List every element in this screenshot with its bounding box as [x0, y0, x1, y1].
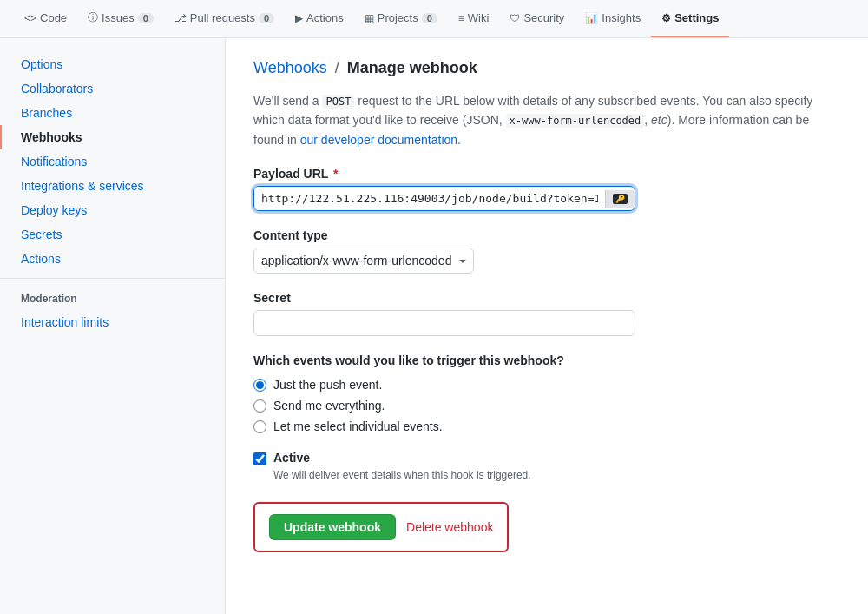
content-type-group: Content type application/x-www-form-urle… — [253, 228, 840, 274]
nav-actions[interactable]: ▶ Actions — [285, 0, 354, 38]
active-checkbox-item: Active — [253, 451, 840, 465]
projects-icon: ▦ — [365, 12, 374, 24]
wiki-icon: ≡ — [458, 12, 464, 24]
nav-insights[interactable]: 📊 Insights — [575, 0, 651, 38]
security-icon: 🛡 — [510, 12, 520, 24]
settings-icon: ⚙ — [661, 12, 671, 24]
nav-issues[interactable]: ⓘ Issues 0 — [77, 0, 164, 38]
event-individual[interactable]: Let me select individual events. — [253, 419, 840, 433]
issues-badge: 0 — [138, 13, 154, 23]
nav-security[interactable]: 🛡 Security — [499, 0, 575, 38]
issues-icon: ⓘ — [88, 10, 98, 25]
layout: Options Collaborators Branches Webhooks … — [0, 38, 868, 614]
sidebar: Options Collaborators Branches Webhooks … — [0, 38, 226, 614]
breadcrumb-separator: / — [335, 59, 339, 76]
event-just-push[interactable]: Just the push event. — [253, 378, 840, 392]
nav-projects[interactable]: ▦ Projects 0 — [354, 0, 448, 38]
actions-icon: ▶ — [295, 12, 303, 24]
key-icon: 🔑 — [613, 194, 628, 204]
nav-wiki[interactable]: ≡ Wiki — [448, 0, 500, 38]
breadcrumb-current: Manage webhook — [347, 59, 477, 76]
nav-actions-label: Actions — [306, 11, 344, 24]
event-individual-radio[interactable] — [253, 420, 266, 433]
active-checkbox[interactable] — [253, 452, 266, 465]
sidebar-item-webhooks[interactable]: Webhooks — [0, 125, 225, 149]
nav-code-label: Code — [40, 11, 67, 24]
nav-pr-label: Pull requests — [190, 11, 255, 24]
sidebar-item-interaction-limits[interactable]: Interaction limits — [0, 310, 225, 334]
projects-badge: 0 — [422, 13, 437, 23]
secret-input[interactable] — [253, 310, 635, 336]
nav-insights-label: Insights — [602, 11, 641, 24]
insights-icon: 📊 — [585, 12, 598, 24]
active-description: We will deliver event details when this … — [273, 469, 840, 481]
nav-settings-label: Settings — [674, 11, 719, 24]
update-webhook-button[interactable]: Update webhook — [269, 514, 396, 540]
payload-url-label: Payload URL * — [253, 167, 840, 181]
events-group: Which events would you like to trigger t… — [253, 353, 840, 433]
nav-security-label: Security — [523, 11, 564, 24]
payload-url-group: Payload URL * 🔑 — [253, 167, 840, 211]
sidebar-item-secrets[interactable]: Secrets — [0, 222, 225, 247]
nav-code[interactable]: <> Code — [14, 0, 77, 38]
content-type-label: Content type — [253, 228, 840, 242]
sidebar-item-actions[interactable]: Actions — [0, 247, 225, 271]
nav-settings[interactable]: ⚙ Settings — [651, 0, 729, 38]
active-group: Active We will deliver event details whe… — [253, 451, 840, 481]
sidebar-item-notifications[interactable]: Notifications — [0, 149, 225, 174]
pr-badge: 0 — [259, 13, 274, 23]
sidebar-item-deploy-keys[interactable]: Deploy keys — [0, 198, 225, 222]
nav-wiki-label: Wiki — [468, 11, 490, 24]
action-buttons-wrapper: Update webhook Delete webhook — [253, 502, 509, 552]
main-content: Webhooks / Manage webhook We'll send a P… — [226, 38, 868, 614]
delete-webhook-button[interactable]: Delete webhook — [406, 520, 493, 534]
events-radio-group: Just the push event. Send me everything.… — [253, 378, 840, 433]
developer-docs-link[interactable]: our developer documentation. — [300, 133, 461, 147]
secret-group: Secret — [253, 291, 840, 336]
nav-issues-label: Issues — [102, 11, 135, 24]
active-label: Active — [273, 451, 310, 465]
info-text: We'll send a POST request to the URL bel… — [253, 91, 840, 149]
required-star: * — [333, 167, 338, 181]
breadcrumb-parent[interactable]: Webhooks — [253, 59, 327, 76]
payload-url-addon: 🔑 — [605, 190, 635, 208]
event-everything[interactable]: Send me everything. — [253, 399, 840, 413]
events-question: Which events would you like to trigger t… — [253, 353, 840, 367]
event-just-push-radio[interactable] — [253, 379, 266, 392]
moderation-section-header: Moderation — [0, 278, 225, 310]
breadcrumb: Webhooks / Manage webhook — [253, 59, 840, 77]
sidebar-item-integrations[interactable]: Integrations & services — [0, 174, 225, 198]
pr-icon: ⎇ — [174, 12, 187, 24]
payload-url-input[interactable] — [254, 187, 605, 210]
event-everything-radio[interactable] — [253, 399, 266, 413]
code-icon: <> — [24, 12, 36, 24]
payload-url-wrapper: 🔑 — [253, 186, 635, 211]
sidebar-item-branches[interactable]: Branches — [0, 101, 225, 125]
nav-projects-label: Projects — [378, 11, 418, 24]
nav-pull-requests[interactable]: ⎇ Pull requests 0 — [164, 0, 285, 38]
content-type-select[interactable]: application/x-www-form-urlencoded applic… — [253, 248, 474, 274]
top-nav: <> Code ⓘ Issues 0 ⎇ Pull requests 0 ▶ A… — [0, 0, 868, 38]
sidebar-item-options[interactable]: Options — [0, 52, 225, 76]
sidebar-item-collaborators[interactable]: Collaborators — [0, 76, 225, 101]
secret-label: Secret — [253, 291, 840, 305]
